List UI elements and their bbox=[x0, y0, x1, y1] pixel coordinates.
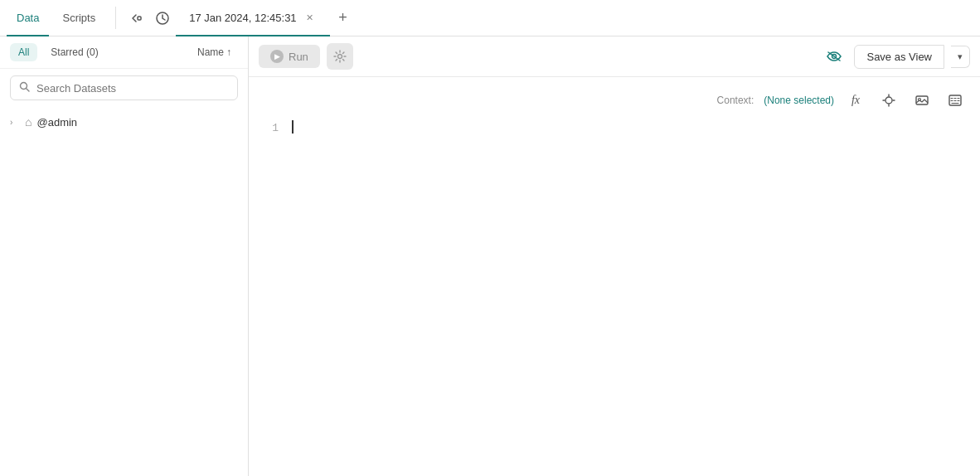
tree-item-admin[interactable]: › ⌂ @admin bbox=[0, 110, 248, 134]
editor-area: ▶ Run Save as View bbox=[249, 36, 980, 476]
sidebar-tree: › ⌂ @admin bbox=[0, 107, 248, 476]
context-bar: Context: (None selected) fx bbox=[262, 84, 967, 117]
search-box bbox=[10, 75, 238, 100]
chevron-right-icon: › bbox=[10, 118, 20, 127]
line-numbers: 1 bbox=[262, 120, 279, 469]
keyboard-button[interactable] bbox=[944, 89, 967, 112]
svg-point-5 bbox=[337, 55, 342, 59]
code-editor[interactable]: 1 bbox=[262, 120, 967, 469]
back-button[interactable] bbox=[119, 0, 149, 36]
image-button[interactable] bbox=[910, 89, 934, 112]
context-label: Context: bbox=[717, 95, 754, 106]
tab-scripts[interactable]: Scripts bbox=[52, 0, 105, 36]
history-button[interactable] bbox=[149, 0, 176, 36]
run-icon: ▶ bbox=[270, 50, 284, 63]
filter-starred-button[interactable]: Starred (0) bbox=[44, 43, 104, 61]
home-icon: ⌂ bbox=[25, 115, 32, 129]
settings-button[interactable] bbox=[327, 43, 353, 70]
new-tab-button[interactable]: + bbox=[330, 0, 357, 36]
svg-line-4 bbox=[27, 89, 29, 91]
save-as-view-button[interactable]: Save as View bbox=[854, 45, 944, 69]
main-layout: All Starred (0) Name ↑ › ⌂ bbox=[0, 36, 980, 476]
text-cursor bbox=[292, 120, 294, 134]
sort-name-button[interactable]: Name ↑ bbox=[191, 43, 238, 61]
top-navigation: Data Scripts 17 Jan 2024, 12:45:31 ✕ + bbox=[0, 0, 980, 36]
sidebar: All Starred (0) Name ↑ › ⌂ bbox=[0, 36, 249, 476]
search-icon bbox=[19, 81, 30, 95]
filter-all-button[interactable]: All bbox=[10, 43, 37, 61]
tab-data[interactable]: Data bbox=[7, 0, 49, 36]
svg-rect-9 bbox=[916, 96, 928, 104]
editor-content: Context: (None selected) fx bbox=[249, 77, 980, 476]
active-query-tab[interactable]: 17 Jan 2024, 12:45:31 ✕ bbox=[176, 0, 329, 36]
hide-icon-button[interactable] bbox=[821, 43, 847, 70]
cursor-line bbox=[292, 120, 967, 134]
editor-toolbar: ▶ Run Save as View bbox=[249, 36, 980, 77]
theme-button[interactable] bbox=[877, 89, 900, 112]
search-input[interactable] bbox=[36, 82, 229, 95]
svg-point-8 bbox=[885, 97, 892, 104]
run-button[interactable]: ▶ Run bbox=[259, 45, 320, 68]
filter-bar: All Starred (0) Name ↑ bbox=[0, 36, 248, 69]
svg-rect-1 bbox=[138, 17, 141, 20]
save-view-dropdown-button[interactable]: ▾ bbox=[951, 46, 970, 68]
nav-divider bbox=[115, 7, 116, 29]
tab-close-button[interactable]: ✕ bbox=[303, 11, 317, 24]
code-input-area[interactable] bbox=[292, 120, 967, 469]
context-value[interactable]: (None selected) bbox=[764, 95, 834, 106]
fx-button[interactable]: fx bbox=[844, 89, 867, 112]
